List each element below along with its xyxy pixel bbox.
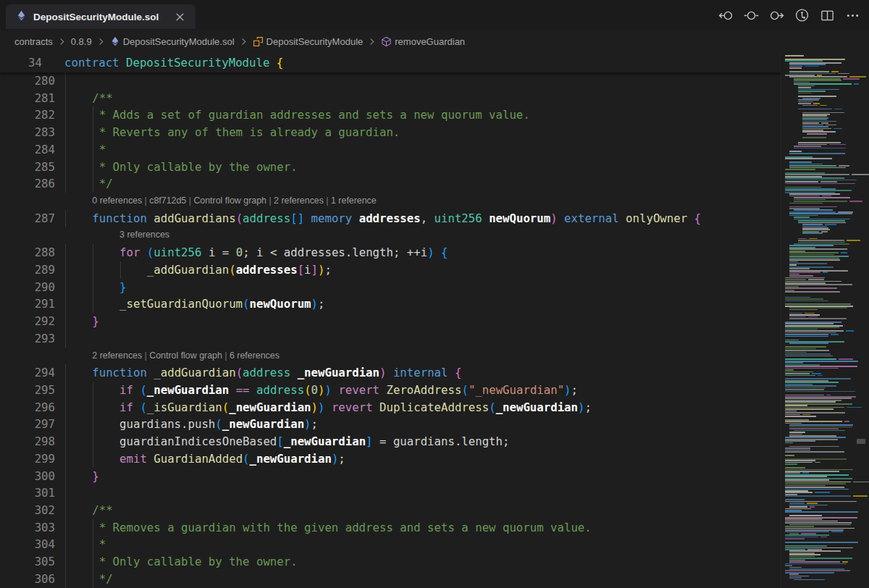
indent-guide (93, 244, 93, 261)
code-line[interactable]: if (_newGuardian == address(0)) revert Z… (55, 382, 781, 399)
code-row: 290 } (0, 279, 781, 296)
breadcrumb-item-depositsecuritymodule-sol[interactable]: DepositSecurityModule.sol (110, 36, 235, 47)
breadcrumb-separator-icon (238, 36, 249, 47)
node-navigation-icon[interactable] (744, 8, 759, 23)
line-number[interactable]: 288 (0, 244, 55, 261)
breadcrumb-item-removeguardian[interactable]: removeGuardian (381, 36, 465, 47)
codelens-link[interactable]: 3 references (119, 230, 169, 240)
line-number[interactable]: 284 (0, 141, 55, 159)
indent-guide (93, 159, 93, 176)
code-line[interactable]: */ (55, 175, 781, 193)
code-line[interactable]: if (_isGuardian(_newGuardian)) revert Du… (55, 399, 781, 416)
code-line[interactable]: * Adds a set of guardian addresses and s… (55, 106, 781, 124)
code-row: 289 _addGuardian(addresses[i]); (0, 261, 781, 279)
line-number[interactable]: 287 (0, 210, 55, 227)
code-line[interactable]: guardianIndicesOneBased[_newGuardian] = … (55, 433, 781, 450)
codelens-link[interactable]: 2 references (274, 196, 324, 206)
line-number[interactable]: 303 (0, 519, 55, 537)
sticky-scroll-line[interactable]: 34 contract DepositSecurityModule { (0, 52, 781, 72)
breadcrumb-item-contracts[interactable]: contracts (14, 36, 53, 47)
breadcrumb-label: 0.8.9 (71, 36, 92, 47)
sticky-code-line[interactable]: contract DepositSecurityModule { (42, 56, 781, 70)
control-flow-graph-icon[interactable] (794, 8, 810, 23)
codelens-link[interactable]: 2 references (92, 350, 142, 361)
code-line[interactable]: /** (55, 502, 781, 519)
codelens-link[interactable]: 0 references (92, 196, 142, 206)
back-navigation-icon[interactable] (718, 8, 734, 23)
breadcrumb-item-depositsecuritymodule[interactable]: DepositSecurityModule (253, 36, 364, 47)
line-number[interactable]: 297 (0, 416, 55, 433)
line-number[interactable]: 289 (0, 261, 55, 279)
code-line[interactable]: emit GuardianAdded(_newGuardian); (55, 450, 781, 468)
code-line[interactable]: * Removes a guardian with the given addr… (55, 519, 781, 537)
line-number[interactable]: 292 (0, 313, 55, 330)
line-number[interactable]: 280 (0, 72, 55, 90)
codelens-link[interactable]: 6 references (230, 350, 280, 361)
code-line[interactable]: * Only callable by the owner. (55, 553, 781, 571)
tab-depositsecuritymodule[interactable]: DepositSecurityModule.sol (6, 4, 196, 29)
minimap[interactable] (781, 52, 869, 588)
code-line[interactable]: function _addGuardian(address _newGuardi… (55, 364, 781, 382)
code-line[interactable]: */ (55, 571, 781, 588)
code-line[interactable]: for (uint256 i = 0; i < addresses.length… (55, 244, 781, 261)
code-line[interactable]: /** (55, 90, 781, 107)
line-number[interactable]: 301 (0, 484, 55, 502)
code-row: 291 _setGuardianQuorum(newQuorum); (0, 295, 781, 313)
codelens-separator: | (266, 196, 274, 206)
line-number[interactable]: 304 (0, 536, 55, 553)
code-line[interactable]: } (55, 313, 781, 330)
code-line[interactable]: function addGuardians(address[] memory a… (55, 210, 781, 227)
codelens-link[interactable]: c8f712d5 (149, 196, 186, 206)
indent-guide (65, 72, 66, 90)
codelens: 0 references | c8f712d5 | Control flow g… (55, 193, 781, 210)
code-line[interactable]: _setGuardianQuorum(newQuorum); (55, 295, 781, 313)
line-number[interactable]: 305 (0, 553, 55, 571)
code-line[interactable]: _addGuardian(addresses[i]); (55, 261, 781, 279)
code-line[interactable]: * (55, 141, 781, 159)
indent-guide (65, 571, 66, 588)
line-number[interactable]: 282 (0, 106, 55, 124)
breadcrumb-item-0-8-9[interactable]: 0.8.9 (71, 36, 92, 47)
line-number[interactable]: 295 (0, 382, 55, 399)
code-line[interactable]: * (55, 536, 781, 553)
codelens-link[interactable]: Control flow graph (193, 196, 266, 206)
code-line[interactable]: guardians.push(_newGuardian); (55, 416, 781, 433)
forward-navigation-icon[interactable] (769, 8, 784, 23)
indent-guide (93, 553, 93, 571)
code-line[interactable]: * Reverts any of them is already a guard… (55, 124, 781, 141)
close-tab-icon[interactable] (172, 9, 187, 24)
code-line[interactable] (55, 484, 781, 502)
code-line[interactable] (55, 72, 781, 90)
line-number[interactable]: 298 (0, 433, 55, 450)
code-line[interactable]: } (55, 468, 781, 485)
line-number[interactable]: 299 (0, 450, 55, 468)
line-number[interactable]: 285 (0, 159, 55, 176)
codelens-row: 2 references | Control flow graph | 6 re… (0, 348, 781, 365)
codelens-separator: | (142, 350, 149, 361)
line-number[interactable]: 293 (0, 330, 55, 348)
code-editor[interactable]: 280281 /**282 * Adds a set of guardian a… (0, 72, 781, 588)
codelens-link[interactable]: 1 reference (331, 196, 377, 206)
indent-guide (65, 484, 66, 502)
line-number[interactable]: 306 (0, 571, 55, 588)
codelens-link[interactable]: Control flow graph (149, 350, 222, 361)
class-symbol-icon (253, 36, 264, 47)
code-line[interactable] (55, 330, 781, 348)
breadcrumb-label: removeGuardian (395, 36, 465, 47)
ethereum-symbol-icon (110, 36, 120, 46)
line-number[interactable]: 300 (0, 468, 55, 485)
line-number[interactable]: 290 (0, 279, 55, 296)
line-number[interactable]: 296 (0, 399, 55, 416)
code-row: 293 (0, 330, 781, 348)
line-number[interactable]: 294 (0, 364, 55, 382)
more-actions-icon[interactable] (845, 8, 860, 23)
split-editor-icon[interactable] (820, 8, 835, 23)
line-number[interactable]: 283 (0, 124, 55, 141)
line-number[interactable]: 291 (0, 295, 55, 313)
code-line[interactable]: } (55, 279, 781, 296)
code-line[interactable]: * Only callable by the owner. (55, 159, 781, 176)
line-number[interactable]: 302 (0, 502, 55, 519)
line-number[interactable]: 286 (0, 175, 55, 193)
code-row: 303 * Removes a guardian with the given … (0, 519, 781, 537)
line-number[interactable]: 281 (0, 90, 55, 107)
